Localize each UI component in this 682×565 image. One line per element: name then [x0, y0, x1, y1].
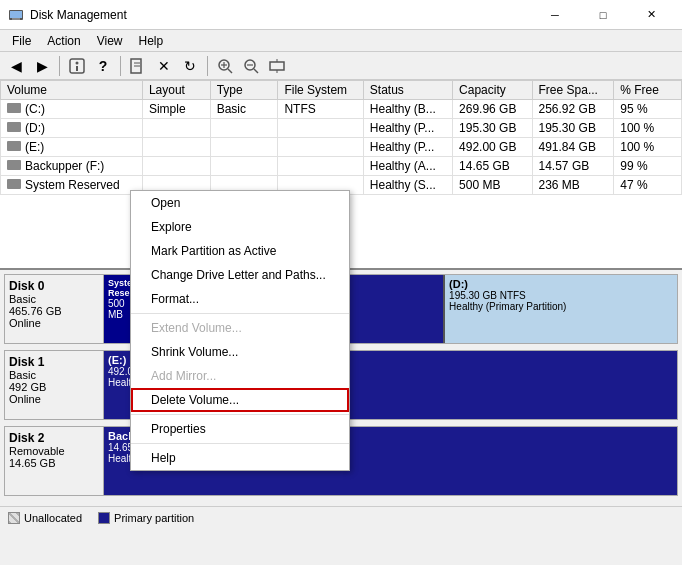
- table-cell: 100 %: [614, 138, 682, 157]
- maximize-button[interactable]: □: [580, 0, 626, 30]
- toolbar: ◀ ▶ ? ✕ ↻: [0, 52, 682, 80]
- svg-rect-16: [270, 62, 284, 70]
- zoom-fit-button[interactable]: [265, 55, 289, 77]
- menu-action[interactable]: Action: [39, 32, 88, 50]
- table-cell: Simple: [142, 100, 210, 119]
- ctx-change-letter[interactable]: Change Drive Letter and Paths...: [131, 263, 349, 287]
- ctx-sep-1: [131, 313, 349, 314]
- table-cell: 492.00 GB: [453, 138, 532, 157]
- new-button[interactable]: [126, 55, 150, 77]
- table-cell: (C:): [1, 100, 143, 119]
- ctx-format[interactable]: Format...: [131, 287, 349, 311]
- table-cell: 256.92 GB: [532, 100, 614, 119]
- ctx-add-mirror: Add Mirror...: [131, 364, 349, 388]
- table-cell: 14.65 GB: [453, 157, 532, 176]
- svg-rect-5: [76, 66, 78, 71]
- svg-line-14: [254, 69, 258, 73]
- ctx-sep-3: [131, 443, 349, 444]
- table-cell: 491.84 GB: [532, 138, 614, 157]
- menu-bar: File Action View Help: [0, 30, 682, 52]
- table-cell: [278, 119, 363, 138]
- disk-table: Volume Layout Type File System Status Ca…: [0, 80, 682, 195]
- ctx-properties[interactable]: Properties: [131, 417, 349, 441]
- table-cell: 47 %: [614, 176, 682, 195]
- table-row[interactable]: (C:)SimpleBasicNTFSHealthy (B...269.96 G…: [1, 100, 682, 119]
- legend-unallocated: Unallocated: [8, 512, 82, 524]
- table-cell: 14.57 GB: [532, 157, 614, 176]
- legend-unallocated-label: Unallocated: [24, 512, 82, 524]
- col-freespace[interactable]: Free Spa...: [532, 81, 614, 100]
- table-cell: NTFS: [278, 100, 363, 119]
- toolbar-separator-3: [207, 56, 208, 76]
- col-capacity[interactable]: Capacity: [453, 81, 532, 100]
- ctx-mark-active[interactable]: Mark Partition as Active: [131, 239, 349, 263]
- properties-button[interactable]: [65, 55, 89, 77]
- title-bar: Disk Management ─ □ ✕: [0, 0, 682, 30]
- main-content: Volume Layout Type File System Status Ca…: [0, 80, 682, 506]
- col-pctfree[interactable]: % Free: [614, 81, 682, 100]
- ctx-help[interactable]: Help: [131, 446, 349, 470]
- disk-2-label: Disk 2 Removable 14.65 GB: [4, 426, 104, 496]
- table-cell: 269.96 GB: [453, 100, 532, 119]
- disk-1-label: Disk 1 Basic 492 GB Online: [4, 350, 104, 420]
- legend-primary-label: Primary partition: [114, 512, 194, 524]
- legend-primary-box: [98, 512, 110, 524]
- help-button[interactable]: ?: [91, 55, 115, 77]
- menu-help[interactable]: Help: [131, 32, 172, 50]
- table-cell: (D:): [1, 119, 143, 138]
- delete-button[interactable]: ✕: [152, 55, 176, 77]
- col-status[interactable]: Status: [363, 81, 452, 100]
- minimize-button[interactable]: ─: [532, 0, 578, 30]
- ctx-open[interactable]: Open: [131, 191, 349, 215]
- table-cell: 95 %: [614, 100, 682, 119]
- ctx-sep-2: [131, 414, 349, 415]
- table-header-row: Volume Layout Type File System Status Ca…: [1, 81, 682, 100]
- refresh-button[interactable]: ↻: [178, 55, 202, 77]
- svg-rect-2: [12, 18, 20, 20]
- ctx-explore[interactable]: Explore: [131, 215, 349, 239]
- col-layout[interactable]: Layout: [142, 81, 210, 100]
- table-cell: [278, 157, 363, 176]
- table-cell: [278, 138, 363, 157]
- table-cell: Healthy (A...: [363, 157, 452, 176]
- context-menu: Open Explore Mark Partition as Active Ch…: [130, 190, 350, 471]
- col-volume[interactable]: Volume: [1, 81, 143, 100]
- partition-d[interactable]: (D:) 195.30 GB NTFS Healthy (Primary Par…: [445, 275, 677, 343]
- col-type[interactable]: Type: [210, 81, 278, 100]
- svg-line-10: [228, 69, 232, 73]
- zoom-in-button[interactable]: [213, 55, 237, 77]
- back-button[interactable]: ◀: [4, 55, 28, 77]
- table-cell: 195.30 GB: [532, 119, 614, 138]
- forward-button[interactable]: ▶: [30, 55, 54, 77]
- toolbar-separator-2: [120, 56, 121, 76]
- menu-view[interactable]: View: [89, 32, 131, 50]
- table-cell: [210, 157, 278, 176]
- table-row[interactable]: (D:)Healthy (P...195.30 GB195.30 GB100 %: [1, 119, 682, 138]
- table-cell: Healthy (P...: [363, 119, 452, 138]
- toolbar-separator-1: [59, 56, 60, 76]
- table-cell: [142, 157, 210, 176]
- table-cell: 236 MB: [532, 176, 614, 195]
- table-cell: [210, 119, 278, 138]
- table-cell: Healthy (P...: [363, 138, 452, 157]
- zoom-out-button[interactable]: [239, 55, 263, 77]
- table-cell: Healthy (B...: [363, 100, 452, 119]
- ctx-extend: Extend Volume...: [131, 316, 349, 340]
- close-button[interactable]: ✕: [628, 0, 674, 30]
- menu-file[interactable]: File: [4, 32, 39, 50]
- svg-point-4: [76, 61, 79, 64]
- table-cell: [142, 119, 210, 138]
- table-cell: Basic: [210, 100, 278, 119]
- table-cell: 500 MB: [453, 176, 532, 195]
- legend-primary: Primary partition: [98, 512, 194, 524]
- table-cell: (E:): [1, 138, 143, 157]
- app-icon: [8, 7, 24, 23]
- table-cell: [210, 138, 278, 157]
- table-row[interactable]: (E:)Healthy (P...492.00 GB491.84 GB100 %: [1, 138, 682, 157]
- window-title: Disk Management: [30, 8, 127, 22]
- col-filesystem[interactable]: File System: [278, 81, 363, 100]
- ctx-shrink[interactable]: Shrink Volume...: [131, 340, 349, 364]
- ctx-delete-volume[interactable]: Delete Volume...: [131, 388, 349, 412]
- disk-0-label: Disk 0 Basic 465.76 GB Online: [4, 274, 104, 344]
- table-row[interactable]: Backupper (F:)Healthy (A...14.65 GB14.57…: [1, 157, 682, 176]
